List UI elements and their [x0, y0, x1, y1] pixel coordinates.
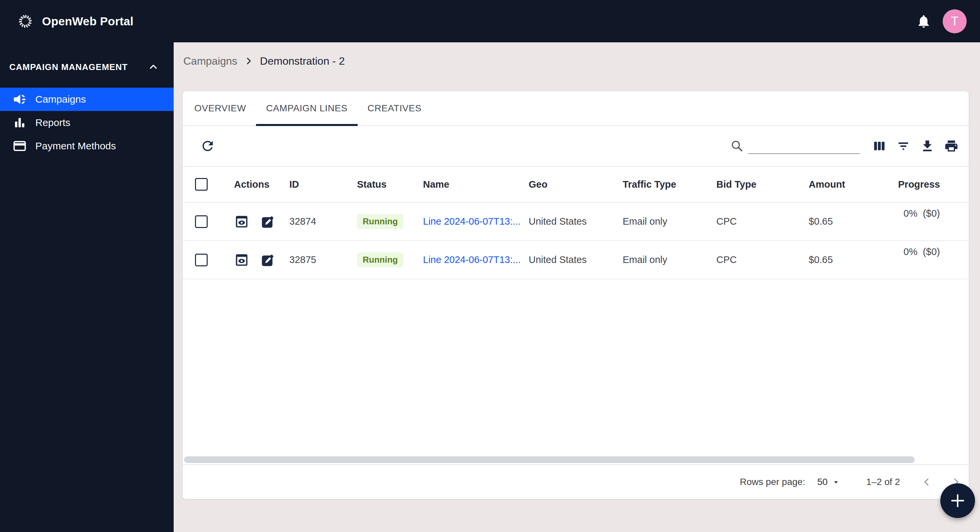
cell-amount: $0.65: [809, 216, 889, 227]
starburst-logo-icon: [18, 13, 33, 29]
edit-row-button[interactable]: [260, 214, 275, 229]
cell-bid-type: CPC: [716, 216, 809, 227]
tab-creatives[interactable]: CREATIVES: [358, 91, 432, 125]
sidebar-section-campaign-management[interactable]: CAMPAIGN MANAGEMENT: [0, 56, 173, 78]
column-header-id: ID: [290, 179, 357, 190]
row-checkbox[interactable]: [195, 254, 208, 266]
sidebar-item-payment-methods[interactable]: Payment Methods: [0, 134, 173, 158]
sidebar-item-reports[interactable]: Reports: [0, 111, 173, 134]
cell-amount: $0.65: [809, 254, 889, 265]
campaign-lines-card: OVERVIEW CAMPAIGN LINES CREATIVES: [183, 91, 969, 499]
status-badge: Running: [357, 252, 403, 268]
refresh-button[interactable]: [200, 139, 215, 154]
progress-amount: ($0): [923, 208, 940, 219]
edit-pencil-icon: [260, 214, 275, 229]
rows-per-page-label: Rows per page:: [740, 477, 805, 487]
column-header-name: Name: [423, 179, 529, 190]
sidebar-nav: Campaigns Reports Payment Methods: [0, 88, 173, 158]
search-input[interactable]: [748, 138, 860, 154]
table-row: 32874 Running Line 2024-06-07T13:... Uni…: [183, 203, 969, 241]
table-header-row: Actions ID Status Name Geo Traffic Type …: [183, 167, 969, 203]
columns-icon: [872, 139, 887, 153]
add-campaign-line-fab[interactable]: [940, 483, 975, 518]
search-icon: [730, 139, 744, 153]
sidebar: CAMPAIGN MANAGEMENT Campaigns: [0, 42, 173, 532]
progress-amount: ($0): [923, 246, 940, 257]
topbar: OpenWeb Portal T: [0, 0, 980, 42]
cell-geo: United States: [529, 216, 623, 227]
plus-icon: [949, 492, 966, 509]
sidebar-item-label: Reports: [35, 117, 70, 128]
cell-traffic-type: Email only: [623, 216, 716, 227]
breadcrumb-current: Demonstration - 2: [260, 55, 345, 67]
breadcrumb-parent-link[interactable]: Campaigns: [183, 55, 237, 67]
megaphone-icon: [13, 92, 27, 106]
bell-icon: [916, 14, 931, 29]
tab-overview[interactable]: OVERVIEW: [185, 91, 256, 125]
rows-per-page-select[interactable]: 50: [815, 476, 842, 488]
sidebar-item-campaigns[interactable]: Campaigns: [0, 88, 173, 111]
chevron-left-icon: [921, 475, 933, 489]
filter-button[interactable]: [896, 139, 911, 153]
tab-campaign-lines[interactable]: CAMPAIGN LINES: [256, 91, 357, 125]
brand: OpenWeb Portal: [18, 13, 133, 29]
cell-bid-type: CPC: [716, 254, 809, 265]
credit-card-icon: [13, 139, 27, 153]
sidebar-item-label: Campaigns: [35, 94, 86, 105]
progress-percent: 0%: [904, 208, 918, 219]
app-title: OpenWeb Portal: [42, 15, 133, 28]
cell-progress: 0%($0): [889, 203, 969, 219]
column-header-geo: Geo: [529, 179, 623, 190]
column-header-traffic-type: Traffic Type: [623, 179, 716, 190]
column-header-progress: Progress: [889, 179, 969, 190]
horizontal-scrollbar[interactable]: [184, 456, 915, 463]
dropdown-arrow-icon: [832, 478, 840, 486]
notifications-button[interactable]: [916, 14, 931, 29]
cell-id: 32875: [290, 254, 357, 265]
cell-geo: United States: [529, 254, 623, 265]
column-header-bid-type: Bid Type: [716, 179, 809, 190]
sidebar-section-label: CAMPAIGN MANAGEMENT: [10, 62, 128, 72]
cell-id: 32874: [290, 216, 357, 227]
search-box: [730, 138, 860, 154]
main-content: Campaigns Demonstration - 2 OVERVIEW CAM…: [173, 42, 980, 532]
progress-percent: 0%: [904, 246, 918, 257]
cell-progress: 0%($0): [889, 241, 969, 257]
pagination-range: 1–2 of 2: [866, 477, 900, 487]
print-icon: [944, 139, 959, 153]
print-button[interactable]: [944, 139, 959, 153]
pagination-bar: Rows per page: 50 1–2 of 2: [183, 464, 969, 499]
sidebar-item-label: Payment Methods: [35, 140, 116, 152]
previous-page-button[interactable]: [919, 474, 935, 490]
select-all-checkbox[interactable]: [195, 178, 208, 191]
table-toolbar: [183, 126, 969, 167]
edit-pencil-icon: [260, 252, 275, 268]
table-row: 32875 Running Line 2024-06-07T13:... Uni…: [183, 241, 969, 279]
row-checkbox[interactable]: [195, 215, 208, 228]
preview-row-button[interactable]: [234, 252, 249, 268]
preview-eye-icon: [234, 214, 249, 229]
rows-per-page-value: 50: [817, 477, 828, 487]
preview-row-button[interactable]: [234, 214, 249, 229]
campaign-line-link[interactable]: Line 2024-06-07T13:...: [423, 216, 521, 227]
column-header-status: Status: [357, 179, 423, 190]
breadcrumb: Campaigns Demonstration - 2: [173, 42, 980, 81]
chevron-right-icon: [244, 56, 253, 66]
user-avatar[interactable]: T: [943, 10, 967, 33]
columns-button[interactable]: [872, 139, 887, 153]
refresh-icon: [200, 139, 215, 154]
chevron-up-icon: [148, 61, 159, 73]
tab-bar: OVERVIEW CAMPAIGN LINES CREATIVES: [183, 91, 969, 126]
bar-chart-icon: [13, 116, 27, 130]
campaign-line-link[interactable]: Line 2024-06-07T13:...: [423, 254, 521, 265]
column-header-amount: Amount: [809, 179, 889, 190]
preview-eye-icon: [234, 252, 249, 268]
download-icon: [920, 139, 935, 153]
status-badge: Running: [357, 214, 403, 229]
edit-row-button[interactable]: [260, 252, 275, 268]
column-header-actions: Actions: [222, 179, 290, 190]
download-button[interactable]: [920, 139, 935, 153]
filter-icon: [896, 139, 911, 153]
cell-traffic-type: Email only: [623, 254, 716, 265]
